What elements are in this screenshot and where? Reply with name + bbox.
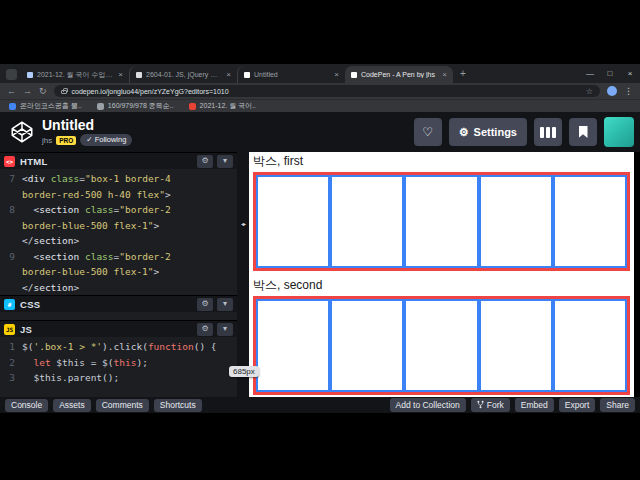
preview-first-label: 박스, first: [253, 154, 630, 169]
settings-button[interactable]: ⚙ Settings: [449, 118, 527, 146]
resize-handle-icon[interactable]: ◂▸: [237, 220, 249, 227]
code-line: </section>: [0, 233, 237, 249]
html-settings-gear-icon[interactable]: ⚙: [197, 155, 213, 168]
window-controls: — □ ×: [580, 64, 640, 83]
bookmark-star-icon[interactable]: ☆: [586, 87, 593, 96]
line-number: [0, 264, 15, 280]
code-line: 8 <section class="border-2: [0, 202, 237, 218]
preview-section[interactable]: [479, 299, 553, 392]
preview-section[interactable]: [330, 175, 404, 268]
url-field[interactable]: codepen.io/jongluo44/pen/zYZeYgG?editors…: [54, 85, 600, 97]
add-to-collection-button[interactable]: Add to Collection: [390, 398, 466, 412]
bookmark-favicon: [189, 103, 196, 110]
html-collapse-chevron-icon[interactable]: ▾: [217, 155, 233, 168]
pro-badge: PRO: [56, 136, 76, 145]
css-editor-header[interactable]: # CSS ⚙ ▾: [0, 295, 237, 312]
new-tab-button[interactable]: +: [460, 69, 466, 79]
css-code-editor[interactable]: [0, 312, 237, 320]
embed-button[interactable]: Embed: [515, 398, 554, 412]
code-line: 3 $this.parent();: [0, 370, 237, 386]
change-view-button[interactable]: [534, 118, 562, 146]
preview-section[interactable]: [553, 175, 627, 268]
shortcuts-button[interactable]: Shortcuts: [154, 399, 202, 412]
preview-section[interactable]: [256, 175, 330, 268]
preview-scrollbar[interactable]: [634, 152, 640, 397]
pen-title: Untitled: [42, 118, 132, 132]
browser-tab[interactable]: 2021-12. 월 국어 수업 계획(자..×: [21, 66, 129, 83]
js-collapse-chevron-icon[interactable]: ▾: [217, 323, 233, 336]
share-button[interactable]: Share: [600, 398, 635, 412]
export-button[interactable]: Export: [559, 398, 596, 412]
preview-section[interactable]: [479, 175, 553, 268]
bookmarks-bar: 온라인코스공홈 물..160/979/978 종목순..2021-12. 월 국…: [0, 99, 640, 112]
comments-button[interactable]: Comments: [96, 399, 149, 412]
browser-tab[interactable]: 2604-01. JS, jQuery 기초×: [129, 66, 237, 83]
js-code-editor[interactable]: 1$('.box-1 > *').click(function() {2 let…: [0, 337, 237, 397]
browser-window: 2021-12. 월 국어 수업 계획(자..×2604-01. JS, jQu…: [0, 64, 640, 413]
codepen-logo[interactable]: [10, 120, 34, 144]
forward-icon[interactable]: →: [23, 87, 32, 96]
preview-box-first: [253, 172, 630, 271]
browser-tabs: 2021-12. 월 국어 수업 계획(자..×2604-01. JS, jQu…: [21, 66, 453, 83]
author-name[interactable]: jhs: [42, 136, 52, 145]
css-collapse-chevron-icon[interactable]: ▾: [217, 298, 233, 311]
code-line: 9 <section class="border-2: [0, 249, 237, 265]
line-number: 8: [0, 202, 15, 218]
like-button[interactable]: ♡: [414, 118, 442, 146]
fork-button[interactable]: Fork: [471, 398, 510, 412]
preview-section[interactable]: [330, 299, 404, 392]
save-button[interactable]: [569, 118, 597, 146]
browser-menu-icon[interactable]: ⋮: [624, 86, 633, 96]
bookmark-favicon: [97, 103, 104, 110]
html-editor-header[interactable]: <> HTML ⚙ ▾: [0, 152, 237, 169]
tab-title: CodePen - A Pen by jhs: [361, 71, 438, 78]
browser-tab[interactable]: Untitled×: [237, 66, 345, 83]
browser-tab[interactable]: CodePen - A Pen by jhs×: [345, 66, 453, 83]
code-text: border-red-500 h-40 flex">: [22, 187, 171, 203]
user-avatar[interactable]: [604, 117, 634, 147]
line-number: 2: [0, 355, 15, 371]
back-icon[interactable]: ←: [7, 87, 16, 96]
panel-resize-gutter[interactable]: ◂▸: [237, 152, 249, 397]
js-editor-header[interactable]: JS JS ⚙ ▾: [0, 320, 237, 337]
assets-button[interactable]: Assets: [53, 399, 91, 412]
code-text: border-blue-500 flex-1">: [22, 264, 159, 280]
bookmark-label: 2021-12. 월 국어..: [200, 101, 256, 111]
address-bar: ← → ↻ codepen.io/jongluo44/pen/zYZeYgG?e…: [0, 83, 640, 99]
tab-search-icon[interactable]: [6, 69, 17, 80]
line-number: 9: [0, 249, 15, 265]
tab-close-icon[interactable]: ×: [226, 70, 231, 79]
maximize-button[interactable]: □: [600, 64, 620, 83]
following-button[interactable]: ✓ Following: [80, 134, 132, 146]
tab-close-icon[interactable]: ×: [334, 70, 339, 79]
preview-section[interactable]: [553, 299, 627, 392]
js-settings-gear-icon[interactable]: ⚙: [197, 323, 213, 336]
preview-section[interactable]: [404, 175, 478, 268]
line-number: [0, 218, 15, 234]
tab-strip: 2021-12. 월 국어 수업 계획(자..×2604-01. JS, jQu…: [0, 64, 640, 83]
line-number: [0, 187, 15, 203]
console-button[interactable]: Console: [5, 399, 48, 412]
preview-section[interactable]: [404, 299, 478, 392]
line-number: 3: [0, 370, 15, 386]
resize-width-badge: 685px: [229, 366, 259, 377]
reload-icon[interactable]: ↻: [39, 87, 47, 96]
bookmark-item[interactable]: 160/979/978 종목순..: [97, 101, 174, 111]
tab-close-icon[interactable]: ×: [442, 70, 447, 79]
profile-avatar[interactable]: [607, 86, 617, 96]
close-button[interactable]: ×: [620, 64, 640, 83]
code-text: let $this = $(this);: [22, 355, 148, 371]
html-code-editor[interactable]: 7<div class="box-1 border-4border-red-50…: [0, 169, 237, 295]
css-settings-gear-icon[interactable]: ⚙: [197, 298, 213, 311]
settings-label: Settings: [474, 126, 517, 138]
url-text: codepen.io/jongluo44/pen/zYZeYgG?editors…: [72, 88, 229, 95]
tab-close-icon[interactable]: ×: [118, 70, 123, 79]
minimize-button[interactable]: —: [580, 64, 600, 83]
bookmark-item[interactable]: 온라인코스공홈 물..: [9, 101, 82, 111]
preview-second-label: 박스, second: [253, 278, 630, 293]
code-text: <div class="box-1 border-4: [22, 171, 171, 187]
bookmark-item[interactable]: 2021-12. 월 국어..: [189, 101, 256, 111]
editors-column: <> HTML ⚙ ▾ 7<div class="box-1 border-4b…: [0, 152, 237, 397]
preview-section[interactable]: [256, 299, 330, 392]
bookmark-favicon: [9, 103, 16, 110]
